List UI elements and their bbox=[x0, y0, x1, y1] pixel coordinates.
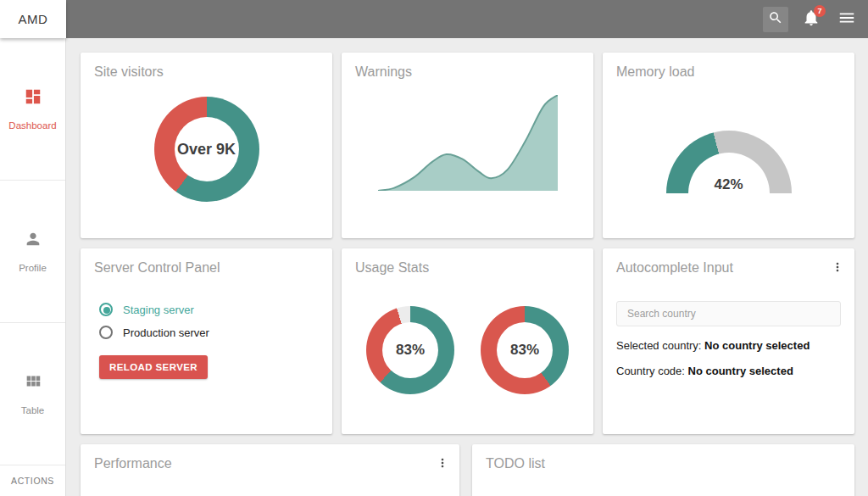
card-server-control: Server Control Panel Staging server Prod… bbox=[81, 248, 332, 434]
app-logo-text: AMD bbox=[19, 12, 48, 26]
card-menu-button[interactable] bbox=[831, 260, 844, 277]
warnings-area-chart bbox=[378, 95, 558, 191]
radio-production-server[interactable]: Production server bbox=[99, 326, 319, 339]
usage-donuts-row: 83% 83% bbox=[355, 306, 580, 394]
card-warnings: Warnings bbox=[342, 53, 593, 238]
sidebar-item-dashboard[interactable]: Dashboard bbox=[0, 38, 65, 181]
donut-center-label: 83% bbox=[396, 342, 425, 359]
sidebar-item-label: Table bbox=[21, 405, 45, 415]
radio-staging-server[interactable]: Staging server bbox=[99, 303, 319, 316]
person-icon bbox=[24, 230, 42, 252]
card-title: Memory load bbox=[616, 64, 841, 80]
radio-label: Staging server bbox=[123, 304, 194, 316]
donut-center-label: 83% bbox=[510, 342, 539, 359]
notification-badge: 7 bbox=[814, 5, 826, 17]
sidebar-item-label: Dashboard bbox=[8, 120, 56, 131]
site-visitors-donut-chart: Over 9K bbox=[154, 97, 259, 202]
server-radio-group: Staging server Production server bbox=[99, 303, 319, 339]
radio-label: Production server bbox=[123, 326, 209, 339]
selected-country-value: No country selected bbox=[704, 339, 810, 352]
search-country-input[interactable] bbox=[616, 301, 841, 326]
sidebar-item-label: Profile bbox=[19, 263, 47, 273]
donut-center-label: Over 9K bbox=[177, 141, 236, 159]
sidebar-item-table[interactable]: Table bbox=[0, 323, 65, 465]
sidebar-item-profile[interactable]: Profile bbox=[0, 181, 65, 323]
country-code-value: No country selected bbox=[688, 365, 793, 377]
hamburger-icon bbox=[837, 8, 856, 31]
actions-label: ACTIONS bbox=[11, 476, 54, 486]
selected-country-line: Selected country: No country selected bbox=[616, 339, 841, 352]
sidebar-actions-section: ACTIONS bbox=[0, 465, 65, 496]
search-icon bbox=[768, 10, 783, 29]
card-menu-button[interactable] bbox=[436, 456, 449, 473]
memory-load-gauge-chart: 42% bbox=[666, 131, 792, 193]
usage-donut-chart-right: 83% bbox=[481, 306, 569, 394]
reload-server-button[interactable]: RELOAD SERVER bbox=[99, 355, 208, 379]
notifications-button[interactable]: 7 bbox=[800, 7, 822, 32]
search-button[interactable] bbox=[763, 7, 788, 32]
top-bar: 7 bbox=[0, 0, 868, 38]
kebab-icon bbox=[436, 458, 449, 472]
card-usage-stats: Usage Stats 83% 83% bbox=[342, 248, 593, 434]
card-title: Performance bbox=[94, 456, 446, 471]
country-code-label: Country code: bbox=[616, 365, 685, 377]
card-memory-load: Memory load 42% bbox=[603, 53, 854, 238]
main-content: Site visitors Over 9K Warnings Memory lo… bbox=[67, 38, 868, 496]
app-logo[interactable]: AMD bbox=[0, 0, 66, 38]
card-todo-list: TODO list bbox=[472, 444, 854, 496]
card-title: TODO list bbox=[486, 456, 841, 471]
card-title: Usage Stats bbox=[355, 260, 580, 276]
radio-button-icon bbox=[99, 303, 113, 316]
radio-button-icon bbox=[99, 326, 113, 339]
card-performance: Performance bbox=[81, 444, 459, 496]
card-site-visitors: Site visitors Over 9K bbox=[81, 53, 332, 238]
card-title: Server Control Panel bbox=[94, 260, 319, 276]
card-autocomplete: Autocomplete Input Selected country: No … bbox=[603, 248, 854, 434]
country-code-line: Country code: No country selected bbox=[616, 365, 841, 377]
usage-donut-chart-left: 83% bbox=[366, 306, 454, 394]
selected-country-label: Selected country: bbox=[616, 339, 701, 352]
grid-icon bbox=[24, 372, 42, 394]
dashboard-icon bbox=[24, 87, 42, 109]
card-title: Warnings bbox=[355, 64, 580, 80]
gauge-value-label: 42% bbox=[666, 176, 792, 193]
card-title: Site visitors bbox=[94, 64, 319, 80]
kebab-icon bbox=[831, 262, 844, 276]
card-title: Autocomplete Input bbox=[616, 260, 841, 276]
sidebar: Dashboard Profile Table ACTIONS bbox=[0, 38, 66, 496]
menu-button[interactable] bbox=[834, 7, 860, 32]
